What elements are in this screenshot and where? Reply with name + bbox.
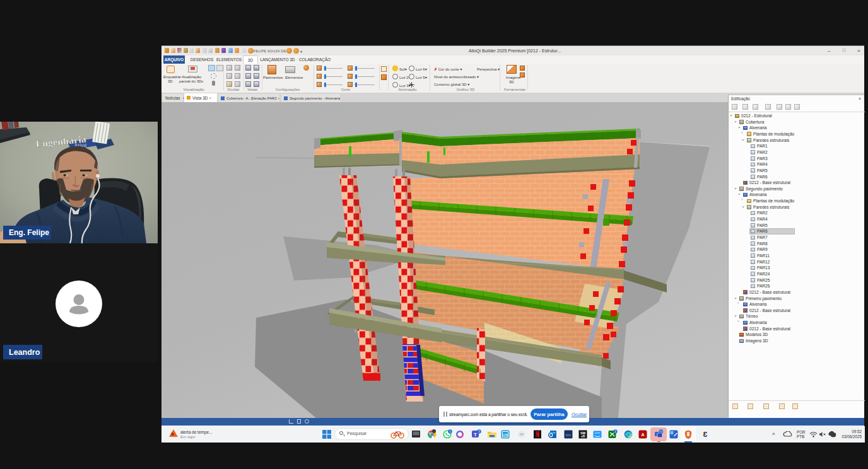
svg-text:GB: GB bbox=[503, 433, 508, 437]
svg-text:Ɛ: Ɛ bbox=[703, 431, 708, 438]
svg-text:bhv: bhv bbox=[566, 433, 572, 437]
svg-text:prime: prime bbox=[595, 432, 601, 434]
svg-text:A: A bbox=[641, 432, 644, 437]
svg-text:+R: +R bbox=[580, 434, 585, 438]
svg-text:12: 12 bbox=[660, 430, 663, 433]
svg-text:T: T bbox=[474, 432, 477, 437]
